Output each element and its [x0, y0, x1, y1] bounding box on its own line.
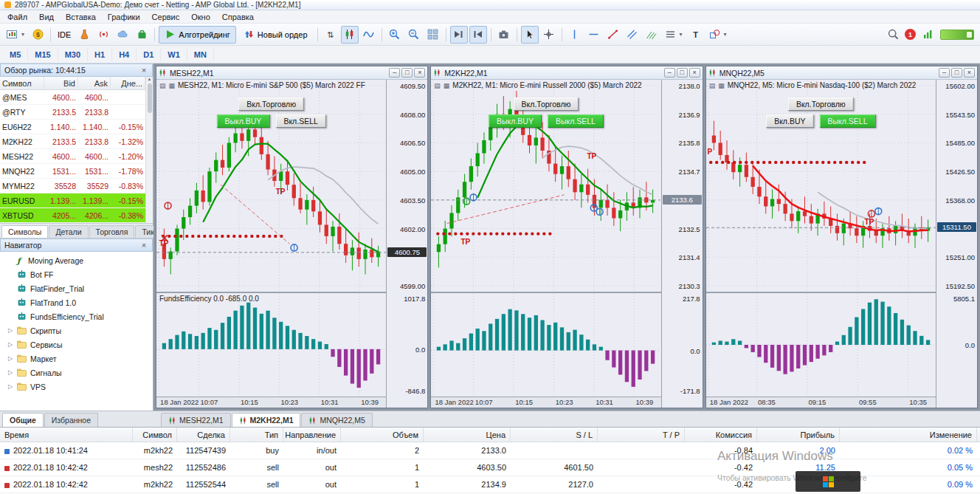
trendline-tool-button[interactable] [604, 26, 622, 44]
column-header-Комиссия[interactable]: Комиссия [685, 428, 757, 442]
navigator-item[interactable]: Bot FF [0, 267, 153, 281]
close-icon[interactable]: × [139, 241, 148, 250]
menu-Вид[interactable]: Вид [33, 12, 60, 22]
minimize-icon[interactable]: – [939, 68, 950, 78]
chart-tab-M2KH22,M1[interactable]: M2KH22,M1 [232, 413, 301, 427]
channel-tool-button[interactable] [624, 26, 641, 44]
zoom-out-button[interactable] [405, 26, 423, 44]
screenshot-button[interactable] [495, 26, 513, 44]
zoom-in-button[interactable] [386, 26, 404, 44]
column-header-Объем[interactable]: Объем [341, 428, 424, 442]
chart-titlebar[interactable]: MESH22,M1–□× [156, 66, 427, 80]
market-watch-row[interactable]: EU6H221.140...1.140...-0.15% [0, 120, 145, 134]
strategy-tester-button[interactable] [75, 26, 93, 44]
column-header[interactable]: Bid [44, 77, 78, 89]
column-header-Прибыль[interactable]: Прибыль [757, 428, 840, 442]
toggle-trading-button[interactable]: Вкл.Торговлю [514, 97, 579, 111]
close-icon[interactable]: × [414, 68, 425, 78]
navigator-item[interactable]: ▷Сервисы [0, 337, 153, 351]
expand-arrow-icon[interactable]: ▷ [7, 327, 13, 334]
pane-chart-icon[interactable]: ▦ [718, 82, 725, 89]
menu-Справка[interactable]: Справка [216, 12, 260, 22]
expand-arrow-icon[interactable]: ▷ [7, 355, 13, 362]
market-watch-tab-Торговля[interactable]: Торговля [89, 225, 135, 238]
maximize-icon[interactable]: □ [401, 68, 413, 78]
navigator-item[interactable]: ƒMoving Average [0, 253, 153, 267]
time-axis[interactable]: 18 Jan 202210:0710:1510:2310:3110:39 [156, 397, 386, 408]
timeframe-MN[interactable]: MN [187, 48, 214, 61]
search-button[interactable] [884, 26, 902, 44]
column-header-Направление[interactable]: Направление [283, 428, 341, 442]
toggle-sell-button[interactable]: Вкл.SELL [275, 114, 325, 128]
expand-arrow-icon[interactable]: ▷ [7, 369, 13, 376]
crosshair-mode-button[interactable] [540, 26, 558, 44]
menu-Файл[interactable]: Файл [1, 12, 33, 22]
navigator-item[interactable]: FundsEfficiency_Trial [0, 309, 153, 323]
column-header-Тип[interactable]: Тип [230, 428, 283, 442]
toggle-sell-button[interactable]: Выкл.SELL [548, 114, 604, 128]
scrollbar-thumb[interactable] [148, 83, 152, 113]
auto-scroll-button[interactable] [450, 26, 468, 44]
data-window-button[interactable]: ⇅ [322, 26, 339, 44]
vertical-line-tool-button[interactable] [566, 26, 584, 44]
minimize-icon[interactable]: – [389, 68, 400, 78]
price-pane[interactable]: ▤▦MNQH22, M5: Micro E-mini Nasdaq-100 ($… [706, 80, 936, 292]
toggle-buy-button[interactable]: Выкл.BUY [216, 114, 269, 128]
navigator-item[interactable]: FlatFinder_Trial [0, 281, 153, 295]
pane-chart-icon[interactable]: ▦ [169, 82, 176, 89]
notifications-badge[interactable]: 1 [905, 29, 916, 40]
menu-Окно[interactable]: Окно [185, 12, 216, 22]
market-watch-row[interactable]: EURUSD1.139...1.139...-0.15% [0, 193, 145, 208]
column-header-Символ[interactable]: Символ [133, 428, 177, 442]
maximize-icon[interactable]: □ [951, 68, 962, 78]
navigator-tab-Избранное[interactable]: Избранное [44, 413, 98, 427]
time-axis[interactable]: 18 Jan 202210:0710:1510:2310:3110:39 [431, 397, 660, 408]
market-button[interactable] [133, 26, 151, 44]
menu-Графики[interactable]: Графики [102, 12, 146, 22]
maximize-icon[interactable]: □ [677, 68, 688, 78]
pane-menu-icon[interactable]: ▤ [434, 82, 441, 89]
profiles-button[interactable]: $ [29, 26, 46, 44]
connection-bars-button[interactable] [919, 26, 936, 44]
indicator-pane[interactable] [431, 293, 660, 397]
timeframe-H1[interactable]: H1 [88, 48, 112, 61]
close-icon[interactable]: × [689, 68, 700, 78]
close-icon[interactable]: × [964, 68, 975, 78]
chart-line-button[interactable] [360, 26, 378, 44]
indicator-pane[interactable] [706, 293, 936, 397]
timeframe-D1[interactable]: D1 [137, 48, 161, 61]
navigator-item[interactable]: ▷Сигналы [0, 366, 153, 380]
chart-tab-MESH22,M1[interactable]: MESH22,M1 [161, 413, 231, 427]
window-titlebar[interactable]: 289707 - AMPGlobalUSA-Demo: Демо счет - … [0, 0, 980, 10]
column-header-Время[interactable]: Время [0, 428, 133, 442]
navigator-item[interactable]: ▷Скрипты [0, 323, 153, 337]
column-header[interactable]: Символ [0, 77, 44, 89]
column-header-T / P[interactable]: T / P [598, 428, 685, 442]
scroll-up-icon[interactable]: ▲ [148, 77, 152, 81]
new-chart-button[interactable]: ▾ [4, 26, 27, 44]
column-header-Изменение[interactable]: Изменение [840, 428, 977, 442]
timeframe-H4[interactable]: H4 [112, 48, 137, 61]
cursor-mode-button[interactable] [521, 26, 539, 44]
signals-button[interactable] [94, 26, 112, 44]
cloud-button[interactable] [114, 26, 131, 44]
price-scale[interactable]: 4609.504608.004606.504605.004603.504602.… [386, 80, 427, 408]
shapes-menu-button[interactable]: ▾ [706, 26, 730, 44]
navigator-item[interactable]: ▷VPS [0, 380, 153, 394]
column-header[interactable]: Дне... [111, 77, 145, 89]
menu-Вставка[interactable]: Вставка [60, 12, 102, 22]
market-watch-row[interactable]: M2KH222133.52133.8-1.32% [0, 134, 145, 149]
market-watch-row[interactable]: @MES4600...4600... [0, 90, 145, 105]
price-pane[interactable]: ▤▦M2KH22, M1: Micro E-mini Russell 2000 … [431, 80, 660, 292]
chart-titlebar[interactable]: MNQH22,M5–□× [706, 66, 977, 80]
column-header-Цена[interactable]: Цена [424, 428, 511, 442]
indicator-pane[interactable]: FundsEfficiency 0.0 -685.0 0.0 [156, 293, 386, 397]
navigator-item[interactable]: ▷Маркет [0, 351, 153, 366]
navigator-item[interactable]: FlatTrand 1.0 [0, 295, 153, 309]
chart-tab-MNQH22,M5[interactable]: MNQH22,M5 [301, 413, 372, 427]
pane-chart-icon[interactable]: ▦ [444, 82, 450, 89]
pitchfork-tool-button[interactable] [643, 26, 660, 44]
time-axis[interactable]: 18 Jan 202208:3509:1509:5510:35 [706, 397, 936, 408]
column-header-S / L[interactable]: S / L [511, 428, 598, 442]
price-scale[interactable]: 15602.0015543.5015485.0015426.5015368.00… [936, 80, 977, 408]
